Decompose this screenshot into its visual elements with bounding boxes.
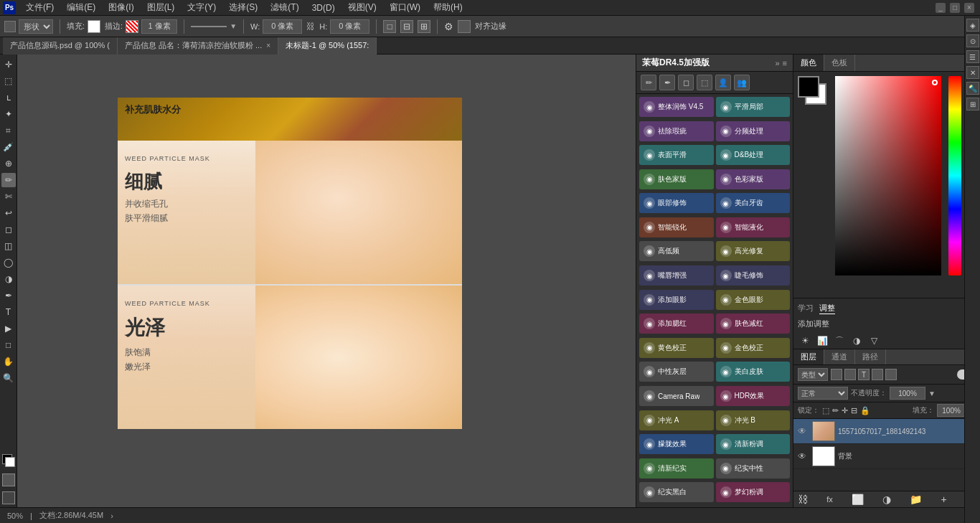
plugin-btn-32[interactable]: ◉纪实黑白 xyxy=(639,482,714,502)
link-dimensions-icon[interactable]: ⛓ xyxy=(306,22,315,32)
w-value-input[interactable]: 0 像素 xyxy=(263,19,302,34)
plugin-btn-3[interactable]: ◉分频处理 xyxy=(716,121,791,141)
plugin-btn-21[interactable]: ◉金色校正 xyxy=(716,338,791,358)
plugin-btn-9[interactable]: ◉美白牙齿 xyxy=(716,193,791,213)
layer-filter-adjust-icon[interactable] xyxy=(844,369,856,380)
layers-adj-btn[interactable]: ◑ xyxy=(882,494,891,505)
plugin-btn-2[interactable]: ◉祛除瑕疵 xyxy=(639,121,714,141)
plugin-btn-11[interactable]: ◉智能液化 xyxy=(716,217,791,237)
eraser-tool[interactable]: ◻ xyxy=(1,222,16,237)
menu-item-image[interactable]: 图像(I) xyxy=(105,1,136,14)
path-operations-icon[interactable]: □ xyxy=(383,20,396,33)
plugin-menu-btn[interactable]: ≡ xyxy=(783,59,787,67)
hue-slider[interactable] xyxy=(948,76,961,275)
fill-input[interactable] xyxy=(937,404,966,417)
stroke-value-input[interactable] xyxy=(141,19,177,34)
foreground-swatch-large[interactable] xyxy=(798,76,819,98)
plugin-btn-26[interactable]: ◉冲光 A xyxy=(639,410,714,430)
menu-item-help[interactable]: 帮助(H) xyxy=(430,1,466,14)
quick-mask-btn[interactable] xyxy=(2,473,15,486)
plugin-person-icon[interactable]: 👤 xyxy=(715,75,731,90)
tab-3[interactable]: 未标题-1 @ 50% (1557: xyxy=(278,37,377,55)
pen-tool[interactable]: ✒ xyxy=(1,288,16,303)
screen-mode-btn[interactable] xyxy=(2,491,15,504)
plugin-btn-6[interactable]: ◉肤色家版 xyxy=(639,169,714,189)
stroke-swatch[interactable] xyxy=(126,20,138,33)
plugin-btn-10[interactable]: ◉智能锐化 xyxy=(639,217,714,237)
layer-item-2[interactable]: 👁 背景 🔒 xyxy=(793,444,980,469)
plugin-btn-31[interactable]: ◉纪实中性 xyxy=(716,458,791,479)
plugin-group-icon[interactable]: 👥 xyxy=(734,75,750,90)
plugin-brush-icon[interactable]: ✏ xyxy=(641,75,656,90)
plugin-btn-4[interactable]: ◉表面平滑 xyxy=(639,145,714,165)
plugin-btn-16[interactable]: ◉添加眼影 xyxy=(639,290,714,310)
clone-stamp-tool[interactable]: ✄ xyxy=(1,189,16,204)
window-minimize-button[interactable]: _ xyxy=(936,3,946,13)
plugin-btn-30[interactable]: ◉清新纪实 xyxy=(639,458,714,479)
plugin-btn-15[interactable]: ◉睫毛修饰 xyxy=(716,265,791,286)
plugin-btn-17[interactable]: ◉金色眼影 xyxy=(716,290,791,310)
h-value-input[interactable]: 0 像素 xyxy=(330,19,369,34)
menu-item-3d[interactable]: 3D(D) xyxy=(309,3,338,13)
plugin-expand-btn[interactable]: » xyxy=(775,59,779,67)
plugin-btn-19[interactable]: ◉肤色减红 xyxy=(716,314,791,334)
menu-item-select[interactable]: 选择(S) xyxy=(226,1,260,14)
mask-icon[interactable] xyxy=(458,20,471,33)
adj-down-arrow-icon[interactable]: ▽ xyxy=(867,334,881,348)
magic-wand-tool[interactable]: ✦ xyxy=(1,107,16,121)
layers-fx-btn[interactable]: fx xyxy=(826,495,833,504)
layers-new-btn[interactable]: + xyxy=(941,494,947,505)
right-tool-1[interactable]: ◈ xyxy=(966,19,979,32)
path-alignment-icon[interactable]: ⊟ xyxy=(400,20,413,33)
window-maximize-button[interactable]: □ xyxy=(950,3,960,13)
adj-curves-icon[interactable]: ⌒ xyxy=(832,334,847,348)
adj-brightness-icon[interactable]: ☀ xyxy=(798,334,812,348)
menu-item-window[interactable]: 窗口(W) xyxy=(387,1,423,14)
layers-group-btn[interactable]: 📁 xyxy=(910,494,922,505)
layer-filter-type-icon[interactable]: T xyxy=(858,369,870,380)
right-tool-5[interactable]: 🔦 xyxy=(966,82,979,95)
background-color-swatch[interactable] xyxy=(5,457,15,467)
tab-1[interactable]: 产品信息源码.psd @ 100% ( xyxy=(3,37,118,55)
menu-item-edit[interactable]: 编辑(E) xyxy=(64,1,98,14)
adj-tab-adjust[interactable]: 调整 xyxy=(819,303,835,314)
layer-filter-shape-icon[interactable] xyxy=(872,369,883,380)
plugin-btn-0[interactable]: ◉整体润饰 V4.5 xyxy=(639,97,714,117)
blend-mode-select[interactable]: 正常 xyxy=(798,387,848,400)
adj-levels-icon[interactable]: 📊 xyxy=(815,334,829,348)
gradient-tool[interactable]: ◫ xyxy=(1,239,16,253)
adj-exposure-icon[interactable]: ◑ xyxy=(849,334,864,348)
zoom-tool[interactable]: 🔍 xyxy=(1,371,16,385)
eyedropper-tool[interactable]: 💉 xyxy=(1,140,16,154)
hand-tool[interactable]: ✋ xyxy=(1,354,16,369)
layer-1-visibility[interactable]: 👁 xyxy=(798,426,809,436)
blur-tool[interactable]: ◯ xyxy=(1,255,16,270)
color-tab-swatch[interactable]: 色板 xyxy=(824,55,855,71)
adj-tab-learn[interactable]: 学习 xyxy=(798,303,814,314)
plugin-btn-33[interactable]: ◉梦幻粉调 xyxy=(716,482,791,502)
right-tool-3[interactable]: ☰ xyxy=(966,50,979,63)
healing-brush-tool[interactable]: ⊕ xyxy=(1,156,16,171)
menu-item-layer[interactable]: 图层(L) xyxy=(144,1,178,14)
lock-pixels-btn[interactable]: ✏ xyxy=(832,406,839,415)
move-tool[interactable]: ✛ xyxy=(1,57,16,72)
plugin-btn-23[interactable]: ◉美白皮肤 xyxy=(716,362,791,382)
crop-tool[interactable]: ⌗ xyxy=(1,123,16,138)
plugin-btn-14[interactable]: ◉嘴唇增强 xyxy=(639,265,714,286)
menu-item-text[interactable]: 文字(Y) xyxy=(184,1,219,14)
plugin-pencil-icon[interactable]: ✒ xyxy=(659,75,675,90)
layer-type-select[interactable]: 类型 xyxy=(798,368,828,381)
shape-select[interactable]: 形状 xyxy=(19,19,53,34)
plugin-eraser-icon[interactable]: ◻ xyxy=(678,75,694,90)
layer-filter-smart-icon[interactable] xyxy=(885,369,897,380)
right-tool-2[interactable]: ⊙ xyxy=(966,34,979,47)
brush-tool[interactable]: ✏ xyxy=(1,173,16,187)
lock-artboard-btn[interactable]: ⊟ xyxy=(851,406,857,415)
tab-layers[interactable]: 图层 xyxy=(793,349,824,364)
tab-2[interactable]: 产品信息 品名：薄荷清凉控油软膜粉 ... × xyxy=(118,37,278,55)
layers-link-btn[interactable]: ⛓ xyxy=(798,494,808,505)
color-tab-color[interactable]: 颜色 xyxy=(793,55,824,71)
layer-2-visibility[interactable]: 👁 xyxy=(798,451,809,461)
plugin-btn-5[interactable]: ◉D&B处理 xyxy=(716,145,791,165)
window-close-button[interactable]: × xyxy=(964,3,974,13)
